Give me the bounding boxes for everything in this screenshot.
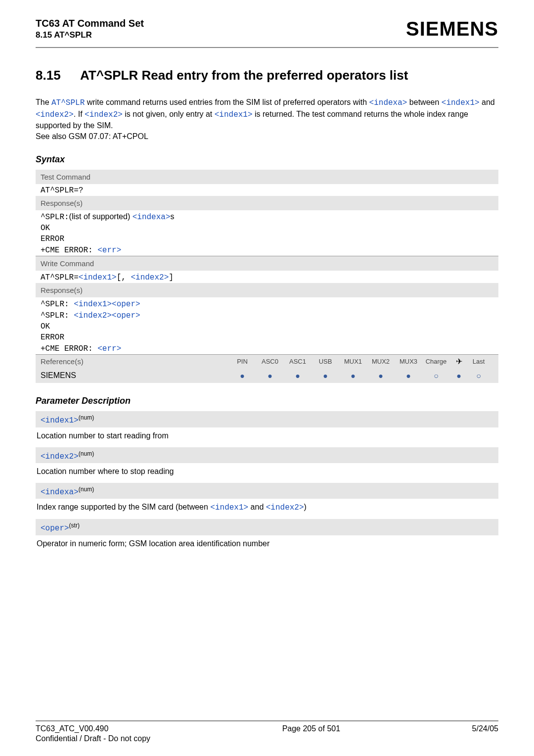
reference-value-row: SIEMENS [36, 368, 498, 383]
dot-pin [228, 371, 256, 380]
parameter-description-heading: Parameter Description [36, 396, 498, 406]
param-ref-index1: <index1> [442, 98, 480, 107]
dot-asc1 [284, 371, 312, 380]
response-label: Response(s) [36, 196, 498, 210]
syntax-heading: Syntax [36, 154, 498, 165]
error-line: ERROR [36, 234, 498, 244]
test-response-line: ^SPLR:(list of supported) <indexa>s [36, 211, 498, 223]
dot-mux2 [367, 371, 395, 380]
section-heading: AT^SPLR Read entry from the preferred op… [80, 68, 408, 83]
footer-right: 5/24/05 [472, 724, 498, 743]
cme-error-line: +CME ERROR: <err> [36, 343, 498, 354]
error-line: ERROR [36, 332, 498, 343]
param-indexa-name: <indexa>(num) [36, 483, 498, 499]
dot-mux3 [395, 371, 422, 380]
cme-error-line: +CME ERROR: <err> [36, 244, 498, 256]
write-response-1: ^SPLR: <index1><oper> [36, 298, 498, 310]
section-title: 8.15AT^SPLR Read entry from the preferre… [36, 68, 498, 83]
dot-usb [312, 371, 339, 380]
write-response-label: Response(s) [36, 283, 498, 297]
header-divider [36, 47, 498, 48]
footer-center: Page 205 of 501 [150, 724, 472, 743]
reference-siemens: SIEMENS [41, 371, 228, 380]
brand-logo: SIEMENS [406, 18, 498, 40]
section-ref: 8.15 AT^SPLR [36, 30, 144, 40]
dot-mux1 [339, 371, 367, 380]
airplane-icon [450, 357, 468, 366]
reference-label: Reference(s) [41, 357, 228, 366]
see-also: See also GSM 07.07: AT+CPOL [36, 132, 148, 141]
param-index2-name: <index2>(num) [36, 447, 498, 463]
test-command-label: Test Command [36, 170, 498, 184]
write-command-label: Write Command [36, 256, 498, 271]
dot-last [468, 371, 490, 380]
param-index2-desc: Location number where to stop reading [36, 463, 498, 479]
param-index1-desc: Location number to start reading from [36, 427, 498, 443]
param-oper-desc: Operator in numeric form; GSM location a… [36, 535, 498, 551]
test-command: AT^SPLR=? [36, 185, 498, 196]
indicator-headers: PIN ASC0 ASC1 USB MUX1 MUX2 MUX3 Charge … [228, 357, 493, 366]
param-oper-name: <oper>(str) [36, 519, 498, 535]
dot-charge [422, 371, 450, 380]
param-indexa-desc: Index range supported by the SIM card (b… [36, 499, 498, 515]
product-name: TC63 AT Command Set [36, 18, 144, 29]
param-ref-index2b: <index2> [85, 110, 123, 119]
param-index1-name: <index1>(num) [36, 411, 498, 427]
dot-asc0 [256, 371, 284, 380]
footer-left: TC63_ATC_V00.490 [36, 724, 150, 733]
intro-paragraph: The AT^SPLR write command returns used e… [36, 97, 498, 142]
param-ref-index1b: <index1> [215, 110, 253, 119]
dot-airplane [450, 371, 468, 380]
page-footer: TC63_ATC_V00.490 Confidential / Draft - … [36, 720, 498, 743]
write-response-2: ^SPLR: <index2><oper> [36, 310, 498, 321]
cmd-ref: AT^SPLR [51, 98, 85, 107]
page-header: TC63 AT Command Set 8.15 AT^SPLR SIEMENS [36, 18, 498, 40]
footer-confidential: Confidential / Draft - Do not copy [36, 734, 150, 743]
reference-header-row: Reference(s) PIN ASC0 ASC1 USB MUX1 MUX2… [36, 355, 498, 368]
param-ref-index2: <index2> [36, 110, 74, 119]
write-command: AT^SPLR=<index1>[, <index2>] [36, 272, 498, 283]
ok-line: OK [36, 321, 498, 332]
param-ref-indexa: <indexa> [369, 98, 407, 107]
section-number: 8.15 [36, 68, 80, 83]
ok-line: OK [36, 223, 498, 234]
